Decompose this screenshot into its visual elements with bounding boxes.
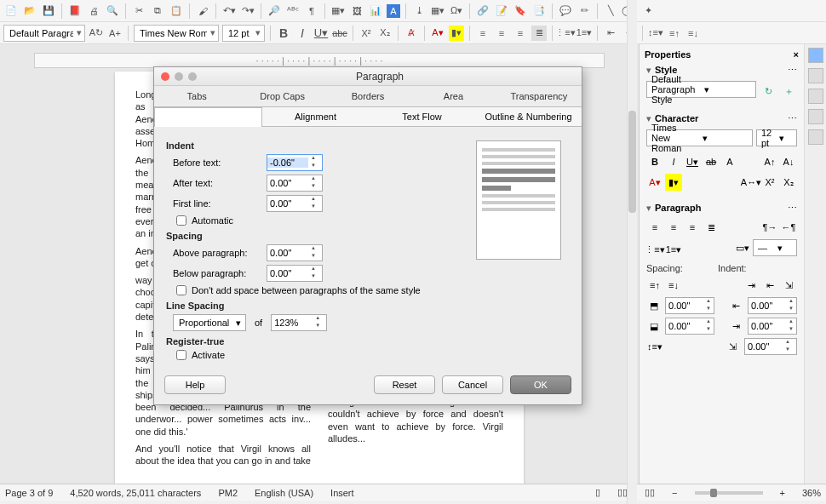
footnote-icon[interactable]: 📝 [494,3,509,19]
indent-left-spin[interactable]: ▲▼ [748,297,797,314]
tab-dropcaps[interactable]: Drop Caps [239,86,324,106]
below-para-spin[interactable]: ▲▼ [267,265,323,282]
indent-right-spin[interactable]: ▲▼ [748,318,797,335]
reset-button[interactable]: Reset [374,375,435,394]
paragraph-section-header[interactable]: ▾Paragraph ⋯ [645,199,799,217]
zoom-percent[interactable]: 36% [802,488,821,498]
export-pdf-icon[interactable]: 📕 [67,3,83,19]
cross-ref-icon[interactable]: 📑 [531,3,547,19]
justify-icon[interactable]: ≣ [703,219,720,236]
char-size-combo[interactable]: 12 pt▾ [756,129,797,146]
subscript-icon[interactable]: X₂ [780,174,797,191]
grow-font-icon[interactable]: A↑ [761,153,778,170]
more-options-icon[interactable]: ⋯ [788,65,797,76]
paragraph-style-combo[interactable]: Default Paragraph S▾ [3,25,85,42]
below-para-spin[interactable]: ▲▼ [665,318,714,335]
zoom-slider[interactable] [695,491,763,495]
view-book-icon[interactable]: ▯▯ [645,487,655,498]
line-spacing-icon[interactable]: ↕≡▾ [648,26,663,41]
automatic-checkbox[interactable] [176,215,186,226]
bold-icon[interactable]: B [276,26,291,41]
hyperlink-icon[interactable]: 🔗 [475,3,490,19]
draw-functions-icon[interactable]: ✦ [640,3,656,19]
zoom-out-icon[interactable]: − [672,488,677,498]
tab-area[interactable]: Area [410,86,496,106]
new-style-plus-icon[interactable]: ＋ [780,83,797,100]
ok-button[interactable]: OK [510,375,571,394]
bullets-icon[interactable]: ⋮≡▾ [646,241,663,258]
status-language[interactable]: English (USA) [255,488,313,498]
new-style-icon[interactable]: A+ [107,26,123,41]
field-icon[interactable]: ▦▾ [430,3,445,19]
fill-combo[interactable]: —▾ [753,239,797,256]
more-options-icon[interactable]: ⋯ [788,113,797,124]
underline-icon[interactable]: U▾ [313,26,329,41]
track-changes-icon[interactable]: ✏ [576,3,592,19]
zoom-in-icon[interactable]: + [780,488,785,498]
dec-para-space-icon[interactable]: ≡↓ [685,26,701,41]
scrollbar-thumb[interactable] [628,111,636,213]
bgcolor-icon[interactable]: ▭▾ [734,239,751,256]
bookmark-icon[interactable]: 🔖 [513,3,528,19]
justify-icon[interactable]: ≣ [531,26,547,41]
minimize-window-icon[interactable] [175,72,183,81]
no-space-checkbox[interactable] [176,285,186,295]
char-spacing-icon[interactable]: A↔▾ [743,174,760,191]
spellcheck-icon[interactable]: ᴬᴮᶜ [285,3,301,19]
italic-icon[interactable]: I [665,153,682,170]
tab-alignment[interactable]: Alignment [262,107,369,126]
subscript-icon[interactable]: X₂ [377,26,393,41]
underline-icon[interactable]: U▾ [684,153,701,170]
italic-icon[interactable]: I [295,26,310,41]
highlight-icon[interactable]: ▮▾ [449,26,464,41]
dialog-titlebar[interactable]: Paragraph [154,67,582,86]
align-center-icon[interactable]: ≡ [665,219,682,236]
textbox-icon[interactable]: A [387,4,400,18]
image-icon[interactable]: 🖼 [349,3,364,19]
clear-format-icon[interactable]: A̷ [404,26,419,41]
special-char-icon[interactable]: Ω▾ [449,3,464,19]
help-button[interactable]: Help [164,375,226,394]
tab-indents-spacing[interactable] [154,107,262,127]
shadow-icon[interactable]: A [721,153,738,170]
numbering-icon[interactable]: 1≡▾ [665,241,682,258]
after-text-spin[interactable]: ▲▼ [267,175,323,192]
comment-icon[interactable]: 💬 [558,3,573,19]
status-words[interactable]: 4,520 words, 25,011 characters [70,488,201,498]
open-icon[interactable]: 📂 [22,3,37,19]
inc-para-space-icon[interactable]: ≡↑ [667,26,682,41]
tab-text-flow[interactable]: Text Flow [369,107,475,126]
clone-format-icon[interactable]: 🖌 [195,3,210,19]
print-preview-icon[interactable]: 🔍 [105,3,120,19]
inc-spacing-icon[interactable]: ≡↑ [646,277,663,294]
maximize-window-icon[interactable] [188,72,197,81]
page-break-icon[interactable]: ⤓ [411,3,427,19]
find-replace-icon[interactable]: 🔎 [267,3,282,19]
font-color-icon[interactable]: A▾ [646,174,663,191]
font-size-combo[interactable]: 12 pt▾ [222,25,265,42]
rtl-icon[interactable]: ←¶ [780,219,797,236]
more-options-icon[interactable]: ⋯ [788,203,797,214]
update-style-icon[interactable]: A↻ [89,26,104,41]
status-style[interactable]: PM2 [218,488,238,498]
above-para-spin[interactable]: ▲▼ [267,244,323,261]
char-font-combo[interactable]: Times New Roman▾ [646,129,753,146]
tab-borders[interactable]: Borders [325,86,410,106]
tab-tabs[interactable]: Tabs [154,86,239,106]
hanging-indent-icon[interactable]: ⇲ [780,277,797,294]
activate-checkbox[interactable] [176,350,186,360]
firstline-indent-spin[interactable]: ▲▼ [744,338,797,355]
superscript-icon[interactable]: X² [359,26,374,41]
bold-icon[interactable]: B [646,153,663,170]
sidebar-gallery-icon[interactable] [808,109,823,124]
strikethrough-icon[interactable]: ab [703,153,720,170]
status-insert[interactable]: Insert [330,488,354,498]
status-page[interactable]: Page 3 of 9 [5,488,53,498]
sidebar-page-icon[interactable] [808,68,823,83]
sidebar-styles-icon[interactable] [808,89,823,104]
align-left-icon[interactable]: ≡ [475,26,490,41]
bullets-icon[interactable]: ⋮≡▾ [558,26,573,41]
style-combo[interactable]: Default Paragraph Style▾ [646,81,756,98]
line-spacing-mode-select[interactable]: Proportional▾ [173,314,246,331]
first-line-spin[interactable]: ▲▼ [267,195,323,212]
